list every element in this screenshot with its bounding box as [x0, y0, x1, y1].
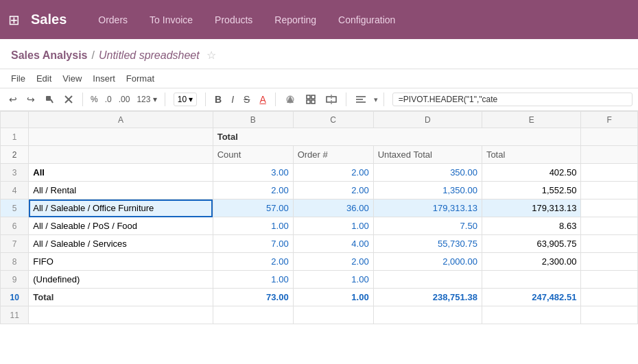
- fill-color-button[interactable]: [281, 91, 299, 108]
- align-arrow[interactable]: ▾: [374, 95, 378, 104]
- menu-bar: File Edit View Insert Format: [0, 69, 638, 88]
- cell-2-D[interactable]: Untaxed Total: [373, 146, 482, 164]
- col-header-A[interactable]: A: [29, 112, 213, 128]
- cell-5-A[interactable]: All / Saleable / Office Furniture: [29, 199, 213, 217]
- format-number[interactable]: 123 ▾: [134, 92, 158, 107]
- format-decimal00[interactable]: .00: [117, 92, 132, 107]
- cell-4-D[interactable]: 1,350.00: [373, 182, 482, 199]
- col-header-B[interactable]: B: [213, 112, 293, 128]
- col-header-F[interactable]: F: [581, 112, 638, 128]
- borders-button[interactable]: [302, 91, 320, 108]
- cell-3-D[interactable]: 350.00: [373, 164, 482, 182]
- cell-8-B[interactable]: 2.00: [213, 253, 293, 271]
- cell-7-E[interactable]: 63,905.75: [482, 235, 581, 253]
- col-header-D[interactable]: D: [373, 112, 482, 128]
- cell-1-A[interactable]: [29, 128, 213, 146]
- table-row: 1 Total: [1, 128, 638, 146]
- cell-3-B[interactable]: 3.00: [213, 164, 293, 182]
- cell-11-A[interactable]: [29, 306, 213, 324]
- cell-11-C[interactable]: [293, 306, 373, 324]
- nav-item-toinvoice[interactable]: To Invoice: [140, 9, 202, 31]
- table-row-total: 10 Total 73.00 1.00 238,751.38 247,482.5…: [1, 289, 638, 306]
- cell-2-E[interactable]: Total: [482, 146, 581, 164]
- font-size-selector[interactable]: 10 ▾: [174, 93, 197, 106]
- breadcrumb-main[interactable]: Sales Analysis: [11, 49, 87, 62]
- cell-10-E[interactable]: 247,482.51: [482, 289, 581, 306]
- cell-11-D[interactable]: [373, 306, 482, 324]
- menu-insert[interactable]: Insert: [93, 73, 115, 84]
- merge-cells-button[interactable]: [322, 91, 340, 108]
- cell-3-A[interactable]: All: [29, 164, 213, 182]
- cell-9-B[interactable]: 1.00: [213, 271, 293, 289]
- cell-10-B[interactable]: 73.00: [213, 289, 293, 306]
- nav-item-products[interactable]: Products: [205, 9, 262, 31]
- cell-6-D[interactable]: 7.50: [373, 217, 482, 235]
- format-percent[interactable]: %: [88, 92, 100, 107]
- strikethrough-button[interactable]: S: [240, 91, 253, 108]
- cell-8-C[interactable]: 2.00: [293, 253, 373, 271]
- breadcrumb-separator: /: [91, 49, 94, 62]
- format-decimal0[interactable]: .0: [103, 92, 114, 107]
- nav-item-configuration[interactable]: Configuration: [329, 9, 405, 31]
- cell-4-E[interactable]: 1,552.50: [482, 182, 581, 199]
- breadcrumb-sub[interactable]: Untitled spreadsheet: [99, 49, 200, 62]
- cell-5-D[interactable]: 179,313.13: [373, 199, 482, 217]
- cell-6-B[interactable]: 1.00: [213, 217, 293, 235]
- row-num-5: 5: [1, 199, 29, 217]
- table-row: 7 All / Saleable / Services 7.00 4.00 55…: [1, 235, 638, 253]
- format-paint-button[interactable]: [41, 92, 58, 107]
- cell-4-A[interactable]: All / Rental: [29, 182, 213, 199]
- favorite-icon[interactable]: ☆: [206, 49, 216, 62]
- formula-bar[interactable]: =PIVOT.HEADER("1","cate: [392, 93, 633, 106]
- cell-10-C[interactable]: 1.00: [293, 289, 373, 306]
- menu-file[interactable]: File: [11, 73, 25, 84]
- menu-format[interactable]: Format: [126, 73, 154, 84]
- align-button[interactable]: [352, 92, 370, 107]
- cell-3-C[interactable]: 2.00: [293, 164, 373, 182]
- nav-item-reporting[interactable]: Reporting: [265, 9, 326, 31]
- cell-6-A[interactable]: All / Saleable / PoS / Food: [29, 217, 213, 235]
- cell-7-C[interactable]: 4.00: [293, 235, 373, 253]
- cell-3-E[interactable]: 402.50: [482, 164, 581, 182]
- cell-9-C[interactable]: 1.00: [293, 271, 373, 289]
- cell-1-B[interactable]: Total: [213, 128, 581, 146]
- cell-7-D[interactable]: 55,730.75: [373, 235, 482, 253]
- cell-8-A[interactable]: FIFO: [29, 253, 213, 271]
- cell-2-C[interactable]: Order #: [293, 146, 373, 164]
- menu-view[interactable]: View: [62, 73, 82, 84]
- cell-5-E[interactable]: 179,313.13: [482, 199, 581, 217]
- col-header-E[interactable]: E: [482, 112, 581, 128]
- cell-8-D[interactable]: 2,000.00: [373, 253, 482, 271]
- col-header-C[interactable]: C: [293, 112, 373, 128]
- cell-8-E[interactable]: 2,300.00: [482, 253, 581, 271]
- menu-edit[interactable]: Edit: [36, 73, 51, 84]
- cell-7-A[interactable]: All / Saleable / Services: [29, 235, 213, 253]
- cell-2-B[interactable]: Count: [213, 146, 293, 164]
- row-num-1: 1: [1, 128, 29, 146]
- italic-button[interactable]: I: [228, 91, 237, 108]
- cell-4-B[interactable]: 2.00: [213, 182, 293, 199]
- cell-10-A[interactable]: Total: [29, 289, 213, 306]
- text-color-button[interactable]: A: [256, 91, 269, 108]
- cell-7-B[interactable]: 7.00: [213, 235, 293, 253]
- column-header-row: A B C D E F: [1, 112, 638, 128]
- cell-6-C[interactable]: 1.00: [293, 217, 373, 235]
- cell-4-C[interactable]: 2.00: [293, 182, 373, 199]
- clear-button[interactable]: [60, 92, 77, 107]
- cell-10-D[interactable]: 238,751.38: [373, 289, 482, 306]
- cell-6-E[interactable]: 8.63: [482, 217, 581, 235]
- cell-11-B[interactable]: [213, 306, 293, 324]
- undo-button[interactable]: ↩: [5, 91, 21, 108]
- grid-icon[interactable]: ⊞: [8, 12, 20, 28]
- svg-line-1: [51, 99, 53, 103]
- svg-rect-0: [46, 96, 51, 101]
- cell-2-A[interactable]: [29, 146, 213, 164]
- cell-5-B[interactable]: 57.00: [213, 199, 293, 217]
- nav-item-orders[interactable]: Orders: [88, 9, 137, 31]
- cell-9-A[interactable]: (Undefined): [29, 271, 213, 289]
- bold-button[interactable]: B: [211, 91, 225, 108]
- redo-button[interactable]: ↪: [23, 91, 38, 108]
- cell-5-C[interactable]: 36.00: [293, 199, 373, 217]
- cell-11-E[interactable]: [482, 306, 581, 324]
- cell-11-F[interactable]: [581, 306, 638, 324]
